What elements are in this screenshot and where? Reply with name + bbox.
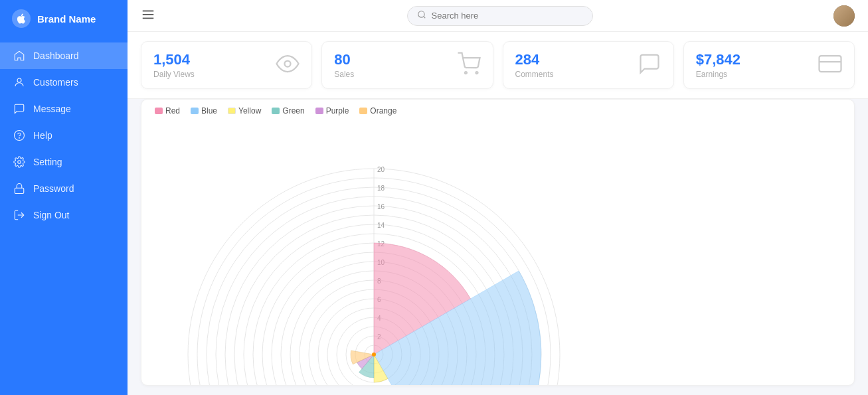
message-icon	[13, 103, 25, 115]
sidebar-item-dashboard[interactable]: Dashboard	[0, 42, 128, 69]
svg-point-13	[476, 72, 477, 74]
svg-rect-14	[820, 56, 841, 72]
svg-point-12	[465, 72, 467, 74]
password-icon	[13, 183, 25, 195]
legend-dot-red	[155, 108, 163, 114]
sidebar-label-help: Help	[33, 130, 52, 141]
sidebar-label-setting: Setting	[33, 157, 62, 167]
search-icon	[417, 10, 426, 22]
svg-rect-4	[15, 188, 24, 193]
sidebar-item-message[interactable]: Message	[0, 96, 128, 122]
chart-svg-wrapper: 20 18 16 14 12 10 8 6 4 2	[141, 122, 854, 385]
user-avatar[interactable]	[833, 5, 855, 27]
sidebar-header: Brand Name	[0, 0, 128, 37]
sidebar-label-signout: Sign Out	[33, 210, 69, 220]
svg-point-2	[19, 137, 20, 138]
menu-toggle-button[interactable]	[141, 7, 155, 25]
stat-label-daily-views: Daily Views	[153, 70, 195, 79]
cart-icon	[457, 52, 481, 78]
svg-text:14: 14	[377, 222, 385, 229]
legend-label-green: Green	[282, 106, 304, 116]
legend-green: Green	[272, 106, 304, 116]
polar-chart: 20 18 16 14 12 10 8 6 4 2	[141, 122, 606, 385]
setting-icon	[13, 156, 25, 168]
stat-card-sales: 80 Sales	[321, 41, 493, 89]
stat-value-comments: 284	[515, 51, 554, 68]
stat-value-earnings: $7,842	[696, 51, 740, 68]
sidebar-item-signout[interactable]: Sign Out	[0, 202, 128, 228]
app-logo	[12, 9, 31, 28]
svg-point-11	[285, 61, 291, 67]
stats-row: 1,504 Daily Views 80 Sales 284 Comments	[128, 32, 868, 99]
user-icon	[13, 76, 25, 88]
stat-text-daily-views: 1,504 Daily Views	[153, 51, 195, 79]
topbar	[128, 0, 868, 32]
sidebar-item-password[interactable]: Password	[0, 175, 128, 202]
sidebar-label-customers: Customers	[33, 77, 78, 88]
chart-legend: Red Blue Yellow Green Purple Orange	[141, 100, 854, 122]
stat-label-earnings: Earnings	[696, 70, 740, 79]
legend-yellow: Yellow	[228, 106, 261, 116]
stat-value-daily-views: 1,504	[153, 51, 195, 68]
stat-card-daily-views: 1,504 Daily Views	[141, 41, 312, 89]
svg-text:18: 18	[377, 185, 385, 192]
legend-label-purple: Purple	[326, 106, 349, 116]
sidebar-item-help[interactable]: Help	[0, 122, 128, 149]
legend-dot-orange	[359, 108, 367, 114]
stat-card-earnings: $7,842 Earnings	[683, 41, 855, 89]
legend-dot-green	[272, 108, 280, 114]
svg-text:20: 20	[377, 166, 385, 173]
avatar-image	[833, 5, 855, 27]
svg-point-9	[418, 11, 424, 17]
sidebar-label-password: Password	[33, 183, 74, 194]
stat-text-comments: 284 Comments	[515, 51, 554, 79]
legend-purple: Purple	[315, 106, 349, 116]
svg-point-0	[17, 78, 21, 82]
search-bar	[166, 6, 833, 26]
search-input[interactable]	[432, 11, 564, 21]
sidebar-nav: Dashboard Customers Message Help	[0, 37, 128, 234]
sidebar-item-customers[interactable]: Customers	[0, 69, 128, 96]
legend-label-yellow: Yellow	[238, 106, 261, 116]
stat-label-sales: Sales	[334, 70, 354, 79]
svg-point-1	[15, 131, 25, 141]
svg-line-10	[423, 16, 425, 18]
stat-text-earnings: $7,842 Earnings	[696, 51, 740, 79]
sidebar-label-dashboard: Dashboard	[33, 50, 79, 61]
sidebar-item-setting[interactable]: Setting	[0, 149, 128, 175]
svg-point-3	[18, 161, 21, 164]
legend-dot-blue	[191, 108, 199, 114]
sidebar: Brand Name Dashboard Customers Message	[0, 0, 128, 395]
signout-icon	[13, 209, 25, 221]
help-icon	[13, 129, 25, 141]
home-icon	[13, 50, 25, 62]
eye-icon	[276, 52, 300, 78]
sidebar-label-message: Message	[33, 104, 71, 114]
legend-dot-purple	[315, 108, 323, 114]
brand-name: Brand Name	[37, 13, 96, 25]
comment-icon	[638, 52, 661, 78]
chart-center-dot	[372, 353, 376, 356]
stat-label-comments: Comments	[515, 70, 554, 79]
legend-label-red: Red	[165, 106, 180, 116]
legend-orange: Orange	[359, 106, 396, 116]
legend-red: Red	[155, 106, 180, 116]
main-content: 1,504 Daily Views 80 Sales 284 Comments	[128, 0, 868, 395]
legend-label-blue: Blue	[201, 106, 217, 116]
search-wrapper[interactable]	[407, 6, 593, 26]
legend-dot-yellow	[228, 108, 236, 114]
chart-area: Red Blue Yellow Green Purple Orange	[141, 99, 855, 386]
stat-text-sales: 80 Sales	[334, 51, 354, 79]
legend-label-orange: Orange	[370, 106, 396, 116]
money-icon	[818, 52, 842, 78]
stat-card-comments: 284 Comments	[503, 41, 674, 89]
legend-blue: Blue	[191, 106, 217, 116]
stat-value-sales: 80	[334, 51, 354, 68]
svg-text:16: 16	[377, 203, 385, 210]
